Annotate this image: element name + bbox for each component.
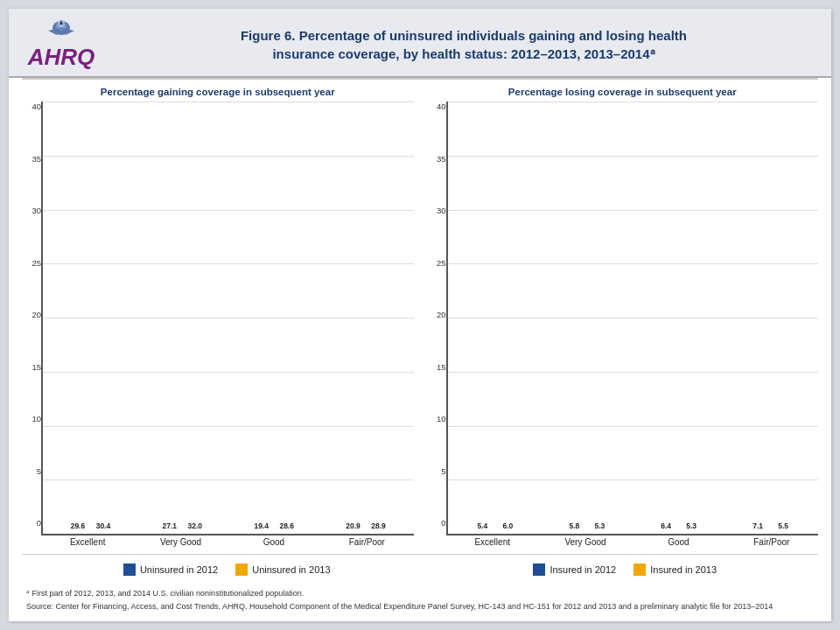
figure-title: Figure 6. Percentage of uninsured indivi… (114, 26, 814, 63)
legend-insured-2012: Insured in 2012 (533, 564, 616, 576)
right-chart: Percentage losing coverage in subsequent… (427, 87, 819, 547)
right-chart-title: Percentage losing coverage in subsequent… (427, 87, 819, 97)
right-chart-body: 40 35 30 25 20 15 10 5 0 (427, 102, 819, 547)
right-gridlines (448, 102, 819, 534)
footer: ᵃ First part of 2012, 2013, and 2014 U.S… (9, 583, 831, 621)
left-bars-col: 29.6 30.4 (41, 102, 414, 547)
left-legend: Uninsured in 2012 Uninsured in 2013 (123, 564, 331, 576)
legend-label-uninsured-2012: Uninsured in 2012 (140, 564, 218, 575)
right-bars-area: 5.4 6.0 5.8 (446, 102, 819, 536)
legend-label-uninsured-2013: Uninsured in 2013 (252, 564, 330, 575)
right-y-axis: 40 35 30 25 20 15 10 5 0 (427, 102, 446, 547)
legend-uninsured-2013: Uninsured in 2013 (235, 564, 330, 576)
legend-label-insured-2013: Insured in 2013 (650, 564, 717, 575)
legend-box-blue-left (123, 564, 136, 576)
legend-box-blue-right (533, 564, 545, 576)
legend-box-gold-right (634, 564, 646, 576)
footer-note: ᵃ First part of 2012, 2013, and 2014 U.S… (26, 587, 814, 599)
right-bars-col: 5.4 6.0 5.8 (446, 102, 819, 547)
charts-row: Percentage gaining coverage in subsequen… (22, 87, 818, 547)
left-chart-body: 40 35 30 25 20 15 10 5 0 (22, 102, 414, 547)
legend-label-insured-2012: Insured in 2012 (550, 564, 616, 575)
left-y-axis: 40 35 30 25 20 15 10 5 0 (22, 102, 41, 547)
main-content: Percentage gaining coverage in subsequen… (9, 80, 831, 583)
footer-source: Source: Center for Financing, Access, an… (26, 600, 814, 612)
eagle-icon (44, 18, 79, 44)
main-card: AHRQ Figure 6. Percentage of uninsured i… (9, 9, 831, 621)
legend-uninsured-2012: Uninsured in 2012 (123, 564, 218, 576)
right-x-labels: Excellent Very Good Good Fair/Poor (446, 536, 819, 547)
left-gridlines (43, 102, 414, 534)
header: AHRQ Figure 6. Percentage of uninsured i… (9, 9, 831, 78)
left-x-labels: Excellent Very Good Good Fair/Poor (41, 536, 414, 547)
legend-box-gold-left (235, 564, 248, 576)
left-chart-title: Percentage gaining coverage in subsequen… (22, 87, 414, 97)
outer-background: AHRQ Figure 6. Percentage of uninsured i… (0, 0, 840, 630)
right-chart-area: 40 35 30 25 20 15 10 5 0 (427, 102, 819, 547)
left-chart-area: 40 35 30 25 20 15 10 5 0 (22, 102, 414, 547)
title-area: Figure 6. Percentage of uninsured indivi… (114, 26, 814, 63)
logo-area: AHRQ (26, 18, 96, 71)
left-chart: Percentage gaining coverage in subsequen… (22, 87, 414, 547)
right-legend: Insured in 2012 Insured in 2013 (533, 564, 717, 576)
left-bars-area: 29.6 30.4 (41, 102, 414, 536)
legend-insured-2013: Insured in 2013 (634, 564, 717, 576)
ahrq-logo: AHRQ (28, 44, 95, 71)
legend-row: Uninsured in 2012 Uninsured in 2013 Insu… (22, 554, 818, 583)
